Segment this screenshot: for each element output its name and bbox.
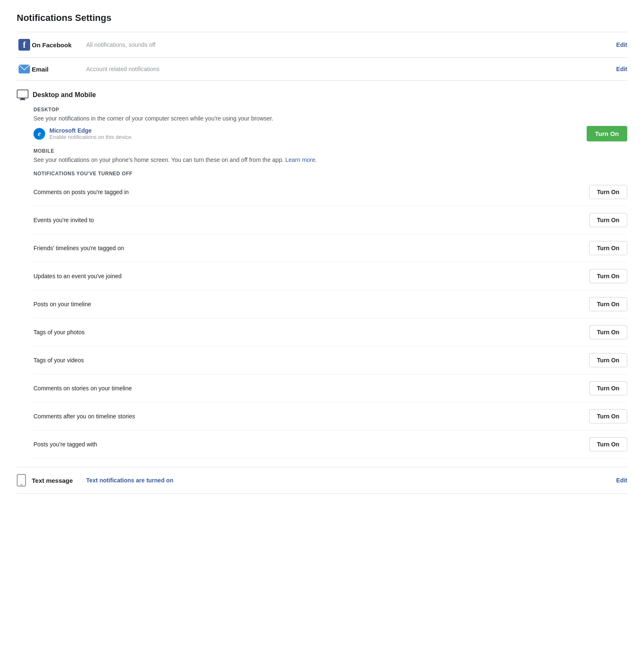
email-label: Email: [32, 66, 86, 73]
notification-label-0: Comments on posts you're tagged in: [33, 189, 129, 195]
page-title: Notifications Settings: [17, 13, 627, 23]
turn-on-button-3[interactable]: Turn On: [589, 269, 627, 283]
notification-row-5: Tags of your photosTurn On: [33, 318, 627, 346]
turn-on-button-0[interactable]: Turn On: [589, 185, 627, 199]
svg-rect-1: [17, 90, 28, 98]
notification-label-9: Posts you're tagged with: [33, 441, 97, 448]
notification-label-8: Comments after you on timeline stories: [33, 413, 135, 420]
notification-row-4: Posts on your timelineTurn On: [33, 290, 627, 318]
notification-row-3: Updates to an event you've joinedTurn On: [33, 262, 627, 290]
on-facebook-desc: All notifications, sounds off: [86, 41, 616, 48]
notification-row-7: Comments on stories on your timelineTurn…: [33, 374, 627, 402]
notification-row-2: Friends' timelines you're tagged onTurn …: [33, 234, 627, 262]
browser-row: Microsoft Edge Enable notifications on t…: [33, 126, 627, 141]
mobile-desc: See your notifications on your phone's h…: [33, 156, 627, 163]
email-edit[interactable]: Edit: [616, 66, 627, 72]
notification-label-4: Posts on your timeline: [33, 301, 91, 308]
turn-on-button-5[interactable]: Turn On: [589, 325, 627, 339]
turn-on-button-8[interactable]: Turn On: [589, 409, 627, 423]
browser-name: Microsoft Edge: [49, 127, 133, 134]
on-facebook-row: On Facebook All notifications, sounds of…: [17, 32, 627, 58]
turn-on-button-9[interactable]: Turn On: [589, 437, 627, 451]
turn-on-button-2[interactable]: Turn On: [589, 241, 627, 255]
notification-label-5: Tags of your photos: [33, 329, 85, 336]
turn-on-desktop-button[interactable]: Turn On: [587, 126, 627, 141]
svg-rect-5: [20, 484, 23, 485]
browser-sub: Enable notifications on this device.: [49, 134, 133, 140]
text-message-edit[interactable]: Edit: [616, 477, 627, 484]
notification-row-6: Tags of your videosTurn On: [33, 346, 627, 374]
email-row: Email Account related notifications Edit: [17, 58, 627, 81]
notification-label-3: Updates to an event you've joined: [33, 273, 122, 279]
desktop-mobile-header: Desktop and Mobile: [17, 89, 627, 101]
svg-rect-4: [17, 474, 26, 486]
phone-icon: [17, 474, 26, 487]
text-message-icon-wrap: [17, 474, 32, 487]
notification-label-2: Friends' timelines you're tagged on: [33, 245, 124, 251]
browser-info: Microsoft Edge Enable notifications on t…: [49, 127, 133, 140]
learn-more-link[interactable]: Learn more.: [285, 156, 317, 163]
notifications-list: Comments on posts you're tagged inTurn O…: [33, 178, 627, 459]
desktop-label: DESKTOP: [33, 107, 627, 113]
mobile-section: MOBILE See your notifications on your ph…: [33, 148, 627, 163]
text-message-label: Text message: [32, 477, 86, 484]
email-desc: Account related notifications: [86, 66, 616, 72]
mobile-label: MOBILE: [33, 148, 627, 154]
desktop-icon-wrap: [17, 89, 28, 101]
on-facebook-edit[interactable]: Edit: [616, 41, 627, 48]
notification-row-9: Posts you're tagged withTurn On: [33, 430, 627, 459]
facebook-icon-wrap: [17, 39, 32, 51]
notification-row-0: Comments on posts you're tagged inTurn O…: [33, 178, 627, 206]
turn-on-button-4[interactable]: Turn On: [589, 297, 627, 311]
desktop-mobile-section: Desktop and Mobile DESKTOP See your noti…: [17, 81, 627, 463]
desktop-icon: [17, 89, 28, 101]
notification-row-1: Events you're invited toTurn On: [33, 206, 627, 234]
notification-label-1: Events you're invited to: [33, 217, 94, 223]
on-facebook-label: On Facebook: [32, 41, 86, 49]
notification-label-6: Tags of your videos: [33, 357, 84, 364]
desktop-mobile-title: Desktop and Mobile: [33, 91, 96, 99]
email-icon-wrap: [17, 64, 32, 74]
notifications-off-label: NOTIFICATIONS YOU'VE TURNED OFF: [33, 171, 627, 177]
email-icon: [18, 64, 30, 74]
turn-on-button-6[interactable]: Turn On: [589, 353, 627, 367]
desktop-mobile-inner: DESKTOP See your notifications in the co…: [17, 107, 627, 459]
text-message-desc: Text notifications are turned on: [86, 477, 616, 484]
page-container: Notifications Settings On Facebook All n…: [0, 0, 644, 506]
turn-on-button-1[interactable]: Turn On: [589, 213, 627, 227]
text-message-row: Text message Text notifications are turn…: [17, 467, 627, 494]
turn-on-button-7[interactable]: Turn On: [589, 381, 627, 395]
notification-label-7: Comments on stories on your timeline: [33, 385, 132, 392]
edge-icon: [33, 128, 45, 140]
text-message-status: on: [166, 477, 173, 484]
notification-row-8: Comments after you on timeline storiesTu…: [33, 402, 627, 430]
desktop-desc: See your notifications in the corner of …: [33, 115, 627, 122]
facebook-icon: [18, 39, 30, 51]
